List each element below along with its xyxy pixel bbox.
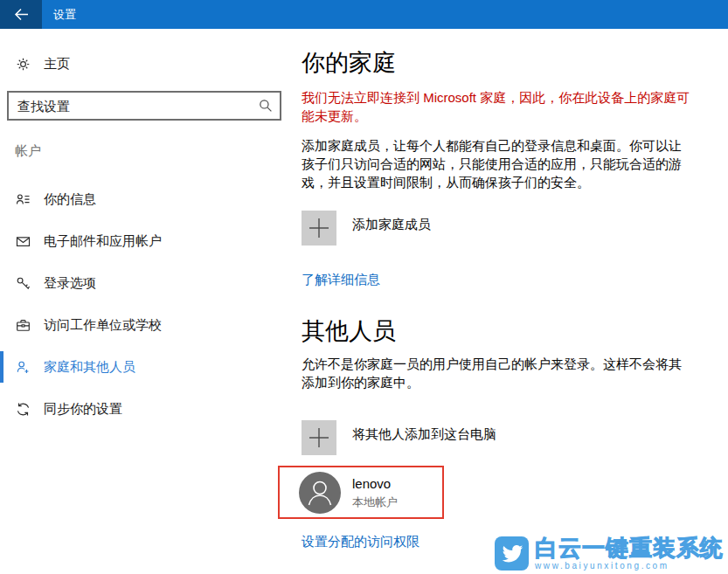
back-button[interactable] (0, 0, 42, 29)
sidebar-item-label: 登录选项 (44, 275, 96, 292)
titlebar: 设置 (0, 0, 728, 29)
sidebar-item-work-school[interactable]: 访问工作单位或学校 (0, 304, 288, 346)
add-family-member-button[interactable]: 添加家庭成员 (302, 211, 693, 246)
main-content: 你的家庭 我们无法立即连接到 Microsoft 家庭，因此，你在此设备上的家庭… (302, 29, 693, 550)
account-text: lenovo 本地帐户 (352, 475, 398, 510)
key-icon (16, 276, 31, 291)
sidebar-item-sync-settings[interactable]: 同步你的设置 (0, 388, 288, 430)
avatar (299, 472, 341, 514)
back-arrow-icon (14, 8, 29, 21)
window-title: 设置 (53, 0, 76, 29)
sidebar-item-label: 同步你的设置 (44, 401, 122, 418)
assigned-access-link[interactable]: 设置分配的访问权限 (302, 534, 419, 550)
gear-icon (16, 57, 31, 72)
sidebar-home-label: 主页 (44, 56, 70, 73)
sidebar: 主页 帐户 (0, 29, 288, 574)
sync-icon (16, 402, 31, 417)
sidebar-item-family-other-people[interactable]: 家庭和其他人员 (0, 346, 288, 388)
add-other-user-button[interactable]: 将其他人添加到这台电脑 (302, 420, 693, 455)
sidebar-item-label: 你的信息 (44, 191, 96, 208)
person-card-icon (16, 192, 31, 207)
person-add-icon (16, 360, 31, 375)
add-other-user-label: 将其他人添加到这台电脑 (352, 426, 496, 455)
sidebar-item-label: 家庭和其他人员 (44, 359, 135, 376)
plus-icon (302, 211, 336, 246)
family-description: 添加家庭成员，让每个人都能有自己的登录信息和桌面。你可以让孩子们只访问合适的网站… (302, 136, 692, 191)
search-icon[interactable] (259, 99, 273, 113)
learn-more-link[interactable]: 了解详细信息 (302, 272, 380, 288)
other-people-description: 允许不是你家庭一员的用户使用自己的帐户来登录。这样不会将其添加到你的家庭中。 (302, 355, 692, 391)
family-heading: 你的家庭 (302, 48, 693, 78)
account-row-lenovo[interactable]: lenovo 本地帐户 (278, 466, 444, 519)
sidebar-item-label: 电子邮件和应用帐户 (44, 233, 162, 250)
other-people-heading: 其他人员 (302, 316, 693, 346)
watermark-url: www.baiyunxitong.com (535, 561, 724, 571)
sidebar-section-accounts: 帐户 (15, 143, 288, 160)
account-type: 本地帐户 (352, 494, 398, 510)
sidebar-nav: 你的信息 电子邮件和应用帐户 (0, 178, 288, 430)
sidebar-item-signin-options[interactable]: 登录选项 (0, 262, 288, 304)
plus-icon (302, 420, 336, 455)
account-name: lenovo (352, 475, 398, 492)
sidebar-item-label: 访问工作单位或学校 (44, 317, 162, 334)
sidebar-item-your-info[interactable]: 你的信息 (0, 178, 288, 220)
briefcase-icon (16, 318, 31, 333)
envelope-icon (16, 234, 31, 249)
search-input[interactable] (17, 99, 259, 114)
search-box[interactable] (7, 91, 281, 121)
settings-window: 设置 主页 (0, 0, 728, 574)
family-offline-error: 我们无法立即连接到 Microsoft 家庭，因此，你在此设备上的家庭可能未更新… (302, 88, 692, 125)
sidebar-item-home[interactable]: 主页 (0, 48, 288, 80)
sidebar-item-email-accounts[interactable]: 电子邮件和应用帐户 (0, 220, 288, 262)
add-family-member-label: 添加家庭成员 (352, 217, 431, 246)
